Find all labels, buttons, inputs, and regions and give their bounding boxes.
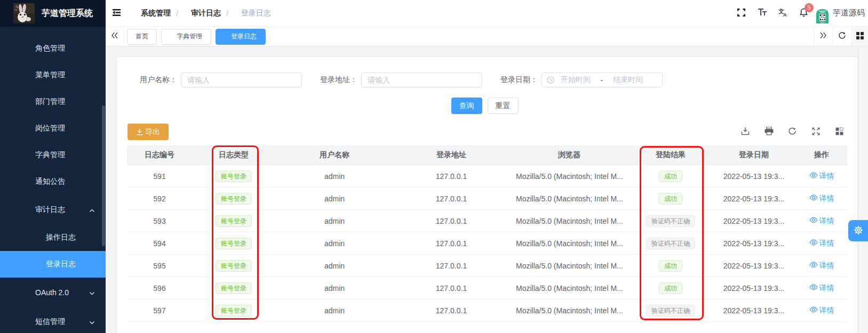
sidebar-item-label: 部门管理 <box>0 97 65 107</box>
notification-button[interactable]: 5 <box>793 0 814 27</box>
detail-link[interactable]: 详情 <box>809 171 834 181</box>
tags-refresh-button[interactable] <box>832 27 851 46</box>
sidebar-item-10[interactable]: OAuth 2.0 <box>0 278 106 307</box>
login-result-badge: 成功 <box>659 170 682 182</box>
sidebar-item-label: 短信管理 <box>0 317 65 327</box>
settings-fab-button[interactable] <box>848 220 868 241</box>
cell-type: 账号登录 <box>192 305 275 316</box>
detail-link[interactable]: 详情 <box>809 193 834 204</box>
detail-link[interactable]: 详情 <box>809 238 834 248</box>
cell-user: admin <box>275 217 394 225</box>
detail-link[interactable]: 详情 <box>809 283 834 293</box>
notification-badge: 5 <box>805 3 814 12</box>
cell-user: admin <box>275 284 394 293</box>
sidebar-item-5[interactable]: 字典管理 <box>0 142 106 168</box>
cell-op: 详情 <box>796 261 847 271</box>
cell-addr: 127.0.0.1 <box>394 194 509 203</box>
column-header-result: 登陆结果 <box>630 150 712 160</box>
breadcrumb-item[interactable]: 系统管理 <box>141 9 171 18</box>
cell-result: 验证码不正确 <box>630 215 712 227</box>
login-log-table: 日志编号日志类型用户名称登录地址浏览器登陆结果登录日期操作 591账号登录adm… <box>127 145 847 322</box>
cell-id: 596 <box>127 284 192 293</box>
page-card: 用户名称： 登录地址： 登录日期： 开始时间 <box>116 56 858 333</box>
app-title: 芋道管理系统 <box>42 8 93 19</box>
cell-op: 详情 <box>796 283 847 293</box>
address-input[interactable] <box>368 76 476 84</box>
chevron-down-icon <box>89 290 94 295</box>
reset-button[interactable]: 重置 <box>488 98 519 114</box>
cell-type: 账号登录 <box>192 215 275 227</box>
login-result-badge: 验证码不正确 <box>646 305 695 316</box>
sidebar-item-label: 菜单管理 <box>0 70 65 80</box>
language-button[interactable]: 文 A <box>773 0 793 27</box>
sidebar-item-8[interactable]: 操作日志 <box>0 224 106 251</box>
user-menu[interactable]: 芋道源码 <box>816 3 868 23</box>
tags-scroll-left-button[interactable] <box>106 27 124 46</box>
table-tools <box>734 124 851 140</box>
page-scrollbar-track[interactable] <box>858 46 868 333</box>
sidebar-item-2[interactable]: 菜单管理 <box>0 62 106 88</box>
sidebar-item-7[interactable]: 审计日志 <box>0 195 106 224</box>
table-row: 596账号登录admin127.0.0.1Mozilla/5.0 (Macint… <box>127 277 847 299</box>
tags-scroll-right-button[interactable] <box>814 27 832 46</box>
sidebar-item-4[interactable]: 岗位管理 <box>0 115 106 142</box>
cell-op: 详情 <box>796 216 847 226</box>
svg-text:A: A <box>783 12 787 17</box>
search-button[interactable]: 查询 <box>451 98 482 114</box>
sidebar-item-9[interactable]: 登录日志 <box>0 251 106 278</box>
cell-date: 2022-05-13 19:3... <box>712 284 796 293</box>
table-row: 591账号登录admin127.0.0.1Mozilla/5.0 (Macint… <box>127 165 847 188</box>
username-input[interactable] <box>187 76 296 84</box>
sidebar-item-3[interactable]: 部门管理 <box>0 88 106 115</box>
address-input-wrap <box>361 72 482 87</box>
fullscreen-button[interactable] <box>731 0 752 27</box>
logo-bar[interactable]: 芋道管理系统 <box>0 0 106 27</box>
cell-result: 验证码不正确 <box>630 305 712 316</box>
export-button[interactable]: 导出 <box>128 124 169 140</box>
cell-user: admin <box>275 306 394 315</box>
gear-icon <box>853 225 864 237</box>
navbar-actions: 文 A 5 <box>731 0 868 27</box>
clock-icon <box>547 76 554 84</box>
print-button[interactable] <box>757 124 781 140</box>
refresh-table-button[interactable] <box>781 124 804 140</box>
sidebar-fold-button[interactable] <box>106 0 127 27</box>
tab-2[interactable]: 字典管理 <box>161 29 211 45</box>
sidebar-scrollbar-thumb[interactable] <box>102 105 105 246</box>
sidebar-item-label: 角色管理 <box>0 44 65 53</box>
cell-result: 成功 <box>630 282 712 294</box>
column-settings-button[interactable] <box>827 124 851 140</box>
log-type-badge: 账号登录 <box>216 193 252 205</box>
cell-browser: Mozilla/5.0 (Macintosh; Intel M... <box>509 306 630 315</box>
detail-link[interactable]: 详情 <box>809 216 834 226</box>
address-label: 登录地址： <box>320 75 357 85</box>
tab-1[interactable]: 首页 <box>127 29 157 45</box>
detail-link[interactable]: 详情 <box>809 261 834 271</box>
cell-browser: Mozilla/5.0 (Macintosh; Intel M... <box>509 217 630 225</box>
table-row: 595账号登录admin127.0.0.1Mozilla/5.0 (Macint… <box>127 255 847 277</box>
sidebar-item-11[interactable]: 短信管理 <box>0 307 106 333</box>
fullscreen-table-button[interactable] <box>804 124 827 140</box>
detail-link[interactable]: 详情 <box>809 305 834 315</box>
sidebar-menu: 角色管理菜单管理部门管理岗位管理字典管理通知公告审计日志操作日志登录日志OAut… <box>0 27 106 333</box>
layout-grid-button[interactable] <box>851 27 868 46</box>
table-export-button[interactable] <box>734 124 757 140</box>
cell-addr: 127.0.0.1 <box>394 217 509 225</box>
tab-3[interactable]: 登录日志 <box>216 29 266 45</box>
table-row: 597账号登录admin127.0.0.1Mozilla/5.0 (Macint… <box>127 299 847 322</box>
breadcrumb-item[interactable]: 审计日志 <box>191 9 221 18</box>
column-header-id: 日志编号 <box>127 150 192 160</box>
date-range-input[interactable]: 开始时间 - 结束时间 <box>541 72 663 87</box>
sidebar-item-6[interactable]: 通知公告 <box>0 168 106 195</box>
cell-user: admin <box>275 172 394 181</box>
download-tray-icon <box>741 127 750 137</box>
fold-icon <box>113 9 121 18</box>
column-header-browser: 浏览器 <box>509 150 630 160</box>
font-size-button[interactable] <box>752 0 773 27</box>
sidebar-item-1[interactable]: 角色管理 <box>0 35 106 62</box>
user-name: 芋道源码 <box>833 8 865 18</box>
cell-type: 账号登录 <box>192 193 275 205</box>
navbar: 系统管理/审计日志/登录日志 文 <box>106 0 868 27</box>
log-type-badge: 账号登录 <box>216 260 252 272</box>
cell-id: 591 <box>127 172 192 181</box>
